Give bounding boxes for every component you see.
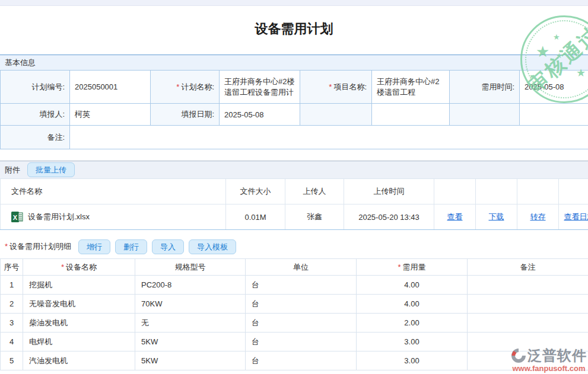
batch-upload-button[interactable]: 批量上传 (27, 162, 75, 177)
unit-cell: 台 (246, 314, 357, 333)
spec-model-cell: 70KW (135, 295, 246, 314)
col-upload-time: 上传时间 (344, 179, 434, 204)
col-unit: 单位 (246, 259, 357, 276)
spec-model-cell: 5KW (135, 333, 246, 351)
details-table: 序号 *设备名称 规格型号 单位 *需用量 备注 1 挖掘机 PC200-8 台… (0, 258, 588, 370)
col-equipment-name: *设备名称 (23, 259, 135, 276)
page: 设备需用计划 基本信息 计划编号: 2025050001 *计划名称: 王府井商… (0, 0, 588, 374)
equipment-name-cell: 柴油发电机 (23, 314, 135, 333)
file-size: 0.01M (226, 204, 285, 230)
view-link[interactable]: 查看 (447, 212, 463, 221)
empty-value-cell (520, 104, 588, 126)
details-section-header: *设备需用计划明细 增行 删行 导入 导入模板 (0, 236, 588, 257)
value-need-time: 2025-05-08 (520, 71, 588, 104)
col-spec-model: 规格型号 (135, 259, 246, 276)
empty-value-cell (372, 104, 450, 126)
svg-text:X: X (13, 214, 18, 221)
attachments-section-header: 附件 批量上传 (0, 161, 588, 178)
required-qty-cell: 2.00 (357, 314, 468, 333)
label-need-time: 需用时间: (450, 71, 520, 104)
required-qty-cell: 4.00 (357, 295, 468, 314)
unit-cell: 台 (246, 295, 357, 314)
remark-cell (468, 333, 588, 351)
file-uploader: 张鑫 (285, 204, 344, 230)
attachment-row: X 设备需用计划.xlsx 0.01M 张鑫 2025-05-20 13:43 … (1, 204, 588, 230)
seq-cell: 3 (1, 314, 23, 333)
detail-row: 3 柴油发电机 无 台 2.00 (1, 314, 588, 333)
detail-row: 2 无噪音发电机 70KW 台 4.00 (1, 295, 588, 314)
remark-cell (468, 295, 588, 314)
label-remark: 备注: (1, 126, 70, 149)
col-action (434, 179, 476, 204)
empty-label-cell (450, 104, 520, 126)
equipment-name-cell: 电焊机 (23, 333, 135, 351)
equipment-name-cell: 挖掘机 (23, 276, 135, 295)
label-project-name: *项目名称: (300, 71, 372, 104)
download-link[interactable]: 下载 (489, 212, 504, 221)
basic-info-section-title: 基本信息 (5, 58, 36, 67)
required-mark: * (329, 82, 332, 91)
label-filler: 填报人: (1, 104, 70, 126)
required-mark: * (176, 82, 179, 91)
col-remark: 备注 (468, 259, 588, 276)
spec-model-cell: 5KW (135, 351, 246, 370)
detail-row: 1 挖掘机 PC200-8 台 4.00 (1, 276, 588, 295)
value-fill-date: 2025-05-08 (220, 104, 300, 126)
label-plan-name: *计划名称: (151, 71, 220, 104)
add-row-button[interactable]: 增行 (78, 239, 110, 254)
view-log-link[interactable]: 查看日志 (564, 212, 588, 221)
unit-cell: 台 (246, 276, 357, 295)
required-qty-cell: 3.00 (357, 333, 468, 351)
file-name: 设备需用计划.xlsx (28, 212, 90, 222)
col-required-qty: *需用量 (357, 259, 468, 276)
remark-cell (468, 276, 588, 295)
label-plan-no: 计划编号: (1, 71, 70, 104)
unit-cell: 台 (246, 351, 357, 370)
save-as-link[interactable]: 转存 (530, 212, 546, 221)
col-action (476, 179, 517, 204)
detail-row: 4 电焊机 5KW 台 3.00 (1, 333, 588, 351)
required-qty-cell: 4.00 (357, 276, 468, 295)
value-plan-name: 王府井商务中心#2楼遗留工程设备需用计 (220, 71, 300, 104)
value-remark (70, 126, 588, 149)
value-plan-no: 2025050001 (70, 71, 151, 104)
import-button[interactable]: 导入 (152, 239, 184, 254)
seq-cell: 5 (1, 351, 23, 370)
col-action (517, 179, 559, 204)
col-file-size: 文件大小 (226, 179, 285, 204)
file-upload-time: 2025-05-20 13:43 (344, 204, 434, 230)
basic-info-section-header: 基本信息 (0, 55, 588, 70)
attachments-section-title: 附件 (5, 165, 20, 175)
required-qty-cell: 3.00 (357, 351, 468, 370)
detail-row: 5 汽油发电机 5KW 台 3.00 (1, 351, 588, 370)
page-title: 设备需用计划 (0, 20, 588, 38)
value-filler: 柯英 (70, 104, 151, 126)
value-project-name: 王府井商务中心#2楼遗留工程 (372, 71, 450, 104)
spec-model-cell: 无 (135, 314, 246, 333)
remark-cell (468, 314, 588, 333)
attachments-table: 文件名称 文件大小 上传人 上传时间 (0, 178, 588, 230)
required-mark: * (398, 263, 401, 271)
col-action (559, 179, 588, 204)
col-uploader: 上传人 (285, 179, 344, 204)
label-fill-date: 填报日期: (151, 104, 220, 126)
attachments-table-wrap: 文件名称 文件大小 上传人 上传时间 (0, 178, 588, 230)
delete-row-button[interactable]: 删行 (115, 239, 147, 254)
file-name-cell: X 设备需用计划.xlsx (1, 204, 226, 230)
col-seq: 序号 (1, 259, 23, 276)
empty-label-cell (300, 104, 372, 126)
details-section-title: *设备需用计划明细 (5, 241, 71, 252)
required-mark: * (5, 242, 8, 251)
unit-cell: 台 (246, 333, 357, 351)
equipment-name-cell: 无噪音发电机 (23, 295, 135, 314)
seq-cell: 1 (1, 276, 23, 295)
basic-info-table: 计划编号: 2025050001 *计划名称: 王府井商务中心#2楼遗留工程设备… (0, 70, 588, 149)
remark-cell (468, 351, 588, 370)
col-file-name: 文件名称 (1, 179, 226, 204)
top-strip (0, 0, 588, 6)
seq-cell: 2 (1, 295, 23, 314)
excel-file-icon: X (11, 211, 23, 223)
equipment-name-cell: 汽油发电机 (23, 351, 135, 370)
spec-model-cell: PC200-8 (135, 276, 246, 295)
import-template-button[interactable]: 导入模板 (189, 239, 236, 254)
